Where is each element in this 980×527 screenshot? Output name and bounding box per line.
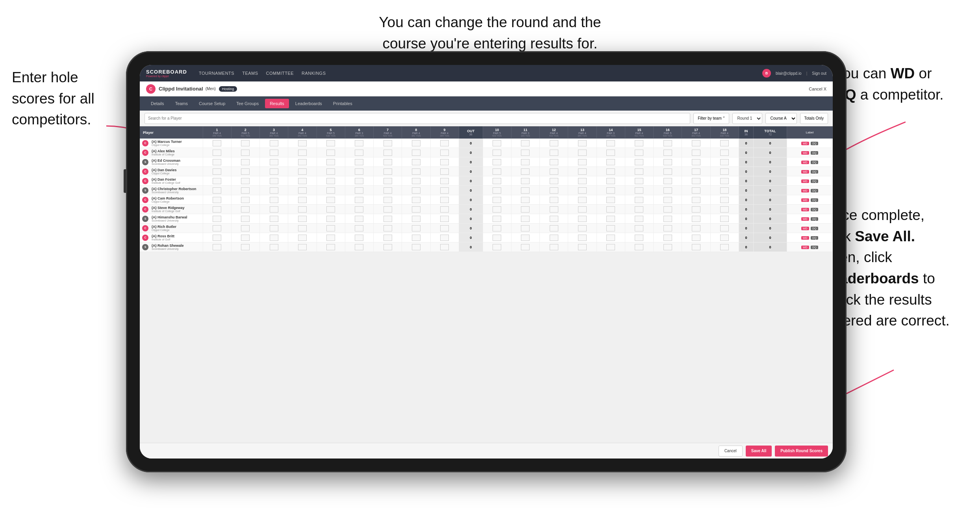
hole-12-input-3[interactable] [550,168,558,175]
hole-12-input-8[interactable] [550,216,558,222]
hole-17-score-player-9[interactable] [682,224,710,233]
hole-15-score-player-11[interactable] [625,242,653,252]
hole-5-input-9[interactable] [326,225,335,231]
hole-2-score-player-1[interactable] [231,148,259,157]
hole-7-score-player-2[interactable] [374,157,402,167]
hole-7-score-player-7[interactable] [374,205,402,214]
hole-3-input-6[interactable] [270,197,278,203]
hole-4-score-player-6[interactable] [288,195,317,205]
hole-17-input-2[interactable] [692,159,700,165]
hole-5-input-10[interactable] [326,235,335,241]
hole-4-input-2[interactable] [298,159,307,165]
hole-7-input-1[interactable] [383,150,392,156]
hole-10-input-4[interactable] [493,178,501,184]
hole-3-score-player-5[interactable] [260,186,288,195]
hole-4-score-player-5[interactable] [288,186,317,195]
dq-button-8[interactable]: DQ [811,217,818,221]
hole-12-score-player-2[interactable] [540,157,568,167]
hole-14-input-2[interactable] [606,159,615,165]
hole-6-input-10[interactable] [355,235,363,241]
hole-14-score-player-1[interactable] [597,148,625,157]
hole-8-input-9[interactable] [412,225,421,231]
search-input[interactable] [144,113,690,124]
hole-13-score-player-8[interactable] [568,214,597,224]
hole-2-input-4[interactable] [241,178,250,184]
hole-10-score-player-0[interactable] [483,139,511,148]
hole-2-score-player-5[interactable] [231,186,259,195]
hole-13-score-player-5[interactable] [568,186,597,195]
hole-16-input-2[interactable] [663,159,672,165]
hole-6-score-player-10[interactable] [345,233,373,242]
hole-6-score-player-3[interactable] [345,167,373,176]
hole-14-score-player-0[interactable] [597,139,625,148]
hole-9-score-player-1[interactable] [430,148,459,157]
hole-11-score-player-0[interactable] [511,139,539,148]
hole-2-input-0[interactable] [241,140,250,146]
hole-4-score-player-3[interactable] [288,167,317,176]
hole-6-input-5[interactable] [355,187,363,194]
hole-2-score-player-2[interactable] [231,157,259,167]
hole-15-score-player-3[interactable] [625,167,653,176]
tab-leaderboards[interactable]: Leaderboards [291,99,327,108]
hole-8-input-4[interactable] [412,178,421,184]
hole-9-input-6[interactable] [440,197,449,203]
hole-2-input-1[interactable] [241,150,250,156]
hole-4-input-5[interactable] [298,187,307,194]
hole-5-input-0[interactable] [326,140,335,146]
hole-12-score-player-8[interactable] [540,214,568,224]
hole-1-score-player-3[interactable] [203,167,231,176]
hole-16-score-player-10[interactable] [654,233,682,242]
hole-15-score-player-2[interactable] [625,157,653,167]
hole-10-input-5[interactable] [493,187,501,194]
hole-7-input-7[interactable] [383,206,392,213]
hole-15-input-3[interactable] [635,168,643,175]
hole-17-input-9[interactable] [692,225,700,231]
hole-13-input-2[interactable] [578,159,587,165]
hole-5-score-player-5[interactable] [317,186,345,195]
hole-12-input-5[interactable] [550,187,558,194]
hole-10-input-3[interactable] [493,168,501,175]
hole-10-input-1[interactable] [493,150,501,156]
hole-14-score-player-6[interactable] [597,195,625,205]
hole-2-input-11[interactable] [241,244,250,250]
hole-16-input-10[interactable] [663,235,672,241]
hole-7-score-player-10[interactable] [374,233,402,242]
hole-12-input-9[interactable] [550,225,558,231]
hole-13-score-player-6[interactable] [568,195,597,205]
hole-11-input-2[interactable] [521,159,530,165]
hole-18-input-2[interactable] [720,159,729,165]
hole-15-input-0[interactable] [635,140,643,146]
hole-3-input-11[interactable] [270,244,278,250]
hole-2-input-2[interactable] [241,159,250,165]
hole-14-score-player-5[interactable] [597,186,625,195]
hole-16-score-player-9[interactable] [654,224,682,233]
hole-4-input-7[interactable] [298,206,307,213]
hole-11-input-6[interactable] [521,197,530,203]
wd-button-2[interactable]: WD [801,161,809,164]
hole-18-score-player-11[interactable] [710,242,739,252]
hole-8-input-7[interactable] [412,206,421,213]
hole-11-input-3[interactable] [521,168,530,175]
hole-13-score-player-7[interactable] [568,205,597,214]
hole-7-input-0[interactable] [383,140,392,146]
hole-11-input-7[interactable] [521,206,530,213]
hole-9-score-player-5[interactable] [430,186,459,195]
hole-12-input-2[interactable] [550,159,558,165]
hole-9-input-3[interactable] [440,168,449,175]
hole-17-score-player-0[interactable] [682,139,710,148]
hole-4-input-3[interactable] [298,168,307,175]
hole-1-input-10[interactable] [213,235,221,241]
hole-18-score-player-3[interactable] [710,167,739,176]
hole-6-input-11[interactable] [355,244,363,250]
hole-3-input-8[interactable] [270,216,278,222]
hole-6-score-player-2[interactable] [345,157,373,167]
hole-10-score-player-6[interactable] [483,195,511,205]
hole-12-input-0[interactable] [550,140,558,146]
dq-button-3[interactable]: DQ [811,170,818,174]
hole-4-score-player-9[interactable] [288,224,317,233]
hole-18-input-6[interactable] [720,197,729,203]
hole-8-input-8[interactable] [412,216,421,222]
nav-committee[interactable]: COMMITTEE [266,71,294,76]
hole-7-score-player-9[interactable] [374,224,402,233]
hole-17-score-player-5[interactable] [682,186,710,195]
